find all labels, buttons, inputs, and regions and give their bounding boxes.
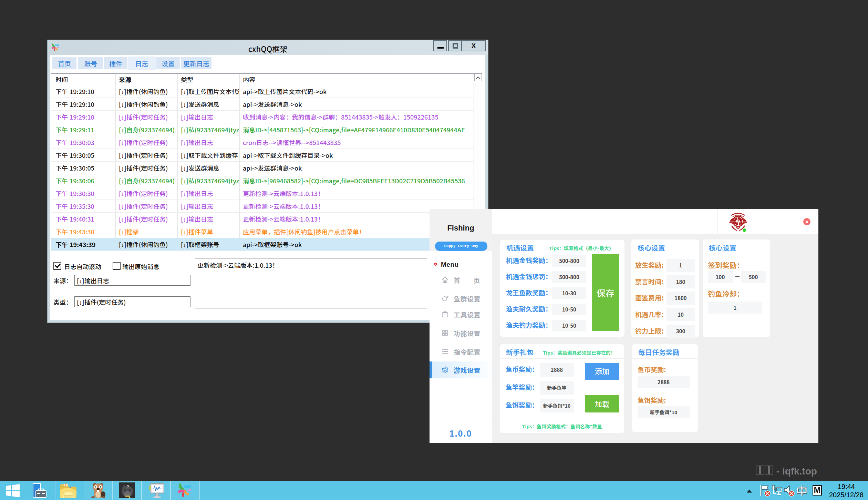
svg-text:?: ? xyxy=(126,484,129,489)
